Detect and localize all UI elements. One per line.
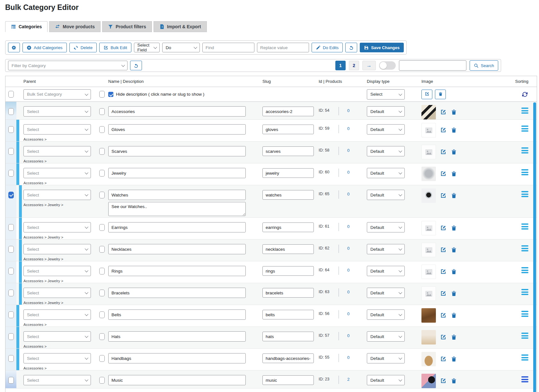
settings-button[interactable]: [8, 43, 20, 52]
display-type-select[interactable]: Default: [367, 168, 405, 178]
category-name-input[interactable]: [108, 309, 246, 320]
table-scrollbar[interactable]: [533, 102, 536, 392]
description-toggle-checkbox[interactable]: [99, 148, 105, 155]
products-count-link[interactable]: 2: [347, 377, 349, 382]
drag-sort-handle[interactable]: [521, 147, 528, 163]
bulk-edit-image-button[interactable]: [421, 90, 432, 99]
products-count-link[interactable]: 0: [347, 268, 349, 273]
description-toggle-checkbox[interactable]: [99, 224, 105, 231]
category-slug-input[interactable]: [262, 222, 314, 232]
add-categories-button[interactable]: Add Categories: [22, 43, 67, 52]
bulk-set-category-select[interactable]: Bulk Set Category: [23, 89, 91, 100]
category-slug-input[interactable]: [262, 266, 314, 276]
category-name-input[interactable]: [108, 106, 246, 117]
page-2-button[interactable]: 2: [349, 61, 359, 70]
edit-image-icon[interactable]: [440, 170, 446, 177]
row-checkbox[interactable]: [8, 377, 14, 384]
replace-value-input[interactable]: [257, 43, 309, 52]
products-count-link[interactable]: 0: [347, 333, 349, 338]
category-image-thumbnail[interactable]: [421, 374, 436, 388]
filter-reset-button[interactable]: [130, 61, 142, 70]
description-toggle-checkbox[interactable]: [99, 377, 105, 384]
category-name-input[interactable]: [108, 331, 246, 342]
parent-select[interactable]: Select: [23, 244, 91, 254]
description-toggle-checkbox[interactable]: [99, 108, 105, 115]
display-type-select[interactable]: Default: [367, 309, 405, 320]
description-toggle-checkbox[interactable]: [99, 192, 105, 198]
delete-image-icon[interactable]: [451, 356, 457, 362]
delete-image-icon[interactable]: [451, 378, 457, 384]
drag-sort-handle[interactable]: [521, 376, 528, 388]
products-count-link[interactable]: 0: [347, 290, 349, 294]
category-name-input[interactable]: [108, 266, 246, 276]
drag-sort-handle[interactable]: [521, 126, 528, 141]
drag-sort-handle[interactable]: [521, 169, 528, 185]
row-checkbox[interactable]: [8, 148, 14, 155]
drag-sort-handle[interactable]: [521, 289, 528, 305]
display-type-select[interactable]: Default: [367, 190, 405, 200]
parent-select[interactable]: Select: [23, 146, 91, 156]
row-checkbox[interactable]: [8, 126, 14, 133]
category-image-thumbnail[interactable]: [421, 145, 436, 159]
category-image-thumbnail[interactable]: [421, 105, 436, 119]
select-all-checkbox[interactable]: [8, 91, 14, 98]
edit-image-icon[interactable]: [440, 290, 446, 297]
row-checkbox[interactable]: [8, 170, 14, 177]
find-input[interactable]: [202, 43, 254, 52]
row-checkbox[interactable]: [8, 224, 14, 231]
category-image-thumbnail[interactable]: [421, 243, 436, 257]
category-image-thumbnail[interactable]: [421, 188, 436, 203]
parent-select[interactable]: Select: [23, 353, 91, 363]
hide-description-checkbox[interactable]: [108, 92, 113, 97]
products-count-link[interactable]: 0: [347, 355, 349, 360]
category-slug-input[interactable]: [262, 353, 314, 363]
category-slug-input[interactable]: [262, 244, 314, 254]
delete-button[interactable]: Delete: [69, 43, 97, 52]
category-image-thumbnail[interactable]: [421, 352, 436, 366]
delete-image-icon[interactable]: [451, 290, 457, 297]
edit-image-icon[interactable]: [440, 127, 446, 133]
category-slug-input[interactable]: [262, 375, 314, 385]
delete-image-icon[interactable]: [451, 225, 457, 231]
edit-image-icon[interactable]: [440, 149, 446, 155]
category-slug-input[interactable]: [262, 190, 314, 200]
row-checkbox[interactable]: [8, 311, 14, 318]
bulk-description-checkbox[interactable]: [99, 91, 105, 98]
edit-image-icon[interactable]: [440, 378, 446, 384]
category-name-input[interactable]: [108, 288, 246, 298]
tab-categories[interactable]: Categories: [5, 21, 48, 32]
category-image-thumbnail[interactable]: [421, 221, 436, 235]
products-count-link[interactable]: 0: [347, 148, 349, 153]
products-count-link[interactable]: 0: [347, 126, 349, 131]
display-type-select[interactable]: Default: [367, 106, 405, 117]
parent-select[interactable]: Select: [23, 375, 91, 385]
description-toggle-checkbox[interactable]: [99, 126, 105, 133]
edit-image-icon[interactable]: [440, 109, 446, 115]
drag-sort-handle[interactable]: [521, 245, 528, 261]
display-type-select[interactable]: Default: [367, 124, 405, 135]
category-image-thumbnail[interactable]: [421, 123, 436, 137]
pagination-toggle[interactable]: [379, 61, 396, 70]
parent-select[interactable]: Select: [23, 288, 91, 298]
description-toggle-checkbox[interactable]: [99, 246, 105, 253]
do-dropdown[interactable]: Do: [162, 43, 200, 52]
parent-select[interactable]: Select: [23, 266, 91, 276]
row-checkbox[interactable]: [8, 355, 14, 362]
display-type-select[interactable]: Default: [367, 375, 405, 385]
drag-sort-handle[interactable]: [521, 267, 528, 283]
category-description-input[interactable]: [108, 202, 246, 216]
parent-select[interactable]: Select: [23, 168, 91, 178]
page-1-button[interactable]: 1: [335, 61, 346, 70]
filter-by-category-select[interactable]: Filter by Category: [8, 61, 128, 70]
display-type-select[interactable]: Default: [367, 222, 405, 232]
description-toggle-checkbox[interactable]: [99, 268, 105, 274]
category-name-input[interactable]: [108, 244, 246, 254]
products-count-link[interactable]: 0: [347, 108, 349, 113]
parent-select[interactable]: Select: [23, 106, 91, 117]
category-slug-input[interactable]: [262, 332, 314, 341]
row-checkbox[interactable]: [8, 290, 14, 296]
description-toggle-checkbox[interactable]: [99, 290, 105, 296]
display-type-select[interactable]: Default: [367, 266, 405, 276]
delete-image-icon[interactable]: [451, 268, 457, 275]
do-edits-button[interactable]: Do Edits: [312, 43, 343, 52]
